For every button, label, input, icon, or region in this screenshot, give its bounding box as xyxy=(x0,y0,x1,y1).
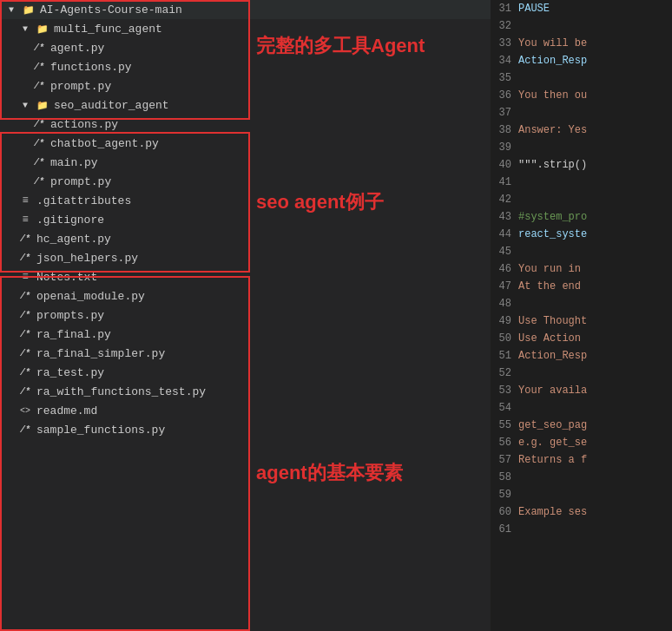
file-name: chatbot_agent.py xyxy=(50,137,159,150)
line-number: 57 xyxy=(491,454,518,466)
line-content: e.g. get_se xyxy=(518,437,587,449)
file-item-prompt-py-1[interactable]: /* prompt.py xyxy=(0,76,491,95)
line-number: 61 xyxy=(491,523,518,536)
file-name: seo_auditor_agent xyxy=(54,99,169,112)
code-line: 33You will be xyxy=(491,35,672,52)
file-name: main.py xyxy=(50,156,98,169)
py-icon: /* xyxy=(17,231,33,246)
code-line: 57Returns a f xyxy=(491,451,672,469)
py-icon: /* xyxy=(31,40,47,56)
py-icon: /* xyxy=(31,78,47,94)
code-line: 60Example ses xyxy=(491,503,672,521)
line-number: 40 xyxy=(491,159,518,171)
file-item-chatbot-agent-py[interactable]: /* chatbot_agent.py xyxy=(0,134,491,153)
txt-icon: ≡ xyxy=(17,193,33,208)
file-item-ra-with-functions-test-py[interactable]: /* ra_with_functions_test.py xyxy=(0,382,491,401)
line-number: 34 xyxy=(491,55,518,67)
file-item-main-py[interactable]: /* main.py xyxy=(0,153,491,172)
file-name: ra_with_functions_test.py xyxy=(36,385,206,398)
file-name: json_helpers.py xyxy=(36,252,138,265)
line-content: Returns a f xyxy=(518,454,587,466)
file-item-actions-py[interactable]: /* actions.py xyxy=(0,115,491,134)
folder-icon: 📁 xyxy=(35,21,50,36)
line-number: 31 xyxy=(491,3,518,15)
py-icon: /* xyxy=(17,345,33,361)
code-line: 48 xyxy=(491,295,672,312)
line-content: Action_Resp xyxy=(518,350,587,362)
line-content: """.strip() xyxy=(518,159,587,171)
file-name: sample_functions.py xyxy=(36,424,165,437)
line-number: 35 xyxy=(491,72,518,84)
file-item-multi-func[interactable]: ▼ 📁 multi_func_agent xyxy=(0,19,491,38)
file-item-functions-py[interactable]: /* functions.py xyxy=(0,57,491,76)
file-item-notes-txt[interactable]: ≡ Notes.txt xyxy=(0,267,491,286)
line-number: 58 xyxy=(491,471,518,483)
code-line: 49Use Thought xyxy=(491,312,672,330)
line-number: 49 xyxy=(491,315,518,327)
line-number: 44 xyxy=(491,228,518,240)
code-line: 42 xyxy=(491,191,672,208)
line-number: 54 xyxy=(491,402,518,414)
file-item-readme-md[interactable]: <> readme.md xyxy=(0,401,491,420)
md-icon: <> xyxy=(17,403,33,418)
code-line: 43#system_pro xyxy=(491,208,672,226)
txt-icon: ≡ xyxy=(17,269,33,285)
chevron-icon: ▼ xyxy=(3,2,19,17)
line-number: 43 xyxy=(491,211,518,223)
line-number: 39 xyxy=(491,141,518,154)
file-name: prompts.py xyxy=(36,309,104,322)
file-name: prompt.py xyxy=(50,80,111,93)
file-name: Notes.txt xyxy=(36,271,97,284)
file-name: hc_agent.py xyxy=(36,233,111,246)
py-icon: /* xyxy=(17,365,33,380)
py-icon: /* xyxy=(17,288,33,304)
txt-icon: ≡ xyxy=(17,212,33,227)
file-item-hc-agent-py[interactable]: /* hc_agent.py xyxy=(0,229,491,248)
file-item-gitignore[interactable]: ≡ .gitignore xyxy=(0,210,491,229)
line-number: 59 xyxy=(491,489,518,501)
code-line: 58 xyxy=(491,469,672,486)
code-line: 39 xyxy=(491,139,672,156)
py-icon: /* xyxy=(17,422,33,437)
code-line: 54 xyxy=(491,399,672,417)
file-name: functions.py xyxy=(50,61,132,74)
py-icon: /* xyxy=(31,154,47,170)
line-content: Example ses xyxy=(518,506,587,518)
line-number: 36 xyxy=(491,89,518,102)
folder-icon: 📁 xyxy=(35,97,50,113)
code-line: 51Action_Resp xyxy=(491,347,672,365)
code-line: 32 xyxy=(491,17,672,35)
line-number: 37 xyxy=(491,107,518,119)
file-item-prompts-py[interactable]: /* prompts.py xyxy=(0,306,491,325)
line-content: PAUSE xyxy=(518,3,550,15)
code-line: 44react_syste xyxy=(491,226,672,243)
code-line: 31PAUSE xyxy=(491,0,672,17)
file-item-prompt-py-2[interactable]: /* prompt.py xyxy=(0,172,491,191)
py-icon: /* xyxy=(31,174,47,189)
file-name: ra_final.py xyxy=(36,328,111,341)
file-item-sample-functions-py[interactable]: /* sample_functions.py xyxy=(0,420,491,439)
line-number: 60 xyxy=(491,506,518,518)
file-name: readme.md xyxy=(36,404,97,417)
file-item-ra-final-py[interactable]: /* ra_final.py xyxy=(0,325,491,344)
line-number: 32 xyxy=(491,20,518,32)
line-number: 48 xyxy=(491,298,518,310)
file-item-ra-final-simpler-py[interactable]: /* ra_final_simpler.py xyxy=(0,344,491,363)
line-content: Use Thought xyxy=(518,315,587,327)
file-item-ra-test-py[interactable]: /* ra_test.py xyxy=(0,363,491,382)
file-item-agent-py[interactable]: /* agent.py xyxy=(0,38,491,57)
line-content: react_syste xyxy=(518,228,587,240)
py-icon: /* xyxy=(31,116,47,132)
file-item-openai-module-py[interactable]: /* openai_module.py xyxy=(0,286,491,306)
code-line: 50Use Action xyxy=(491,330,672,347)
code-line: 36You then ou xyxy=(491,87,672,104)
code-line: 41 xyxy=(491,174,672,191)
code-line: 47At the end xyxy=(491,278,672,295)
line-number: 46 xyxy=(491,263,518,275)
line-number: 42 xyxy=(491,194,518,206)
file-item-root[interactable]: ▼ 📁 AI-Agents-Course-main xyxy=(0,0,491,19)
file-item-seo-auditor[interactable]: ▼ 📁 seo_auditor_agent xyxy=(0,95,491,115)
file-item-json-helpers-py[interactable]: /* json_helpers.py xyxy=(0,248,491,267)
line-content: Action_Resp xyxy=(518,55,587,67)
file-item-gitattributes[interactable]: ≡ .gitattributes xyxy=(0,191,491,210)
